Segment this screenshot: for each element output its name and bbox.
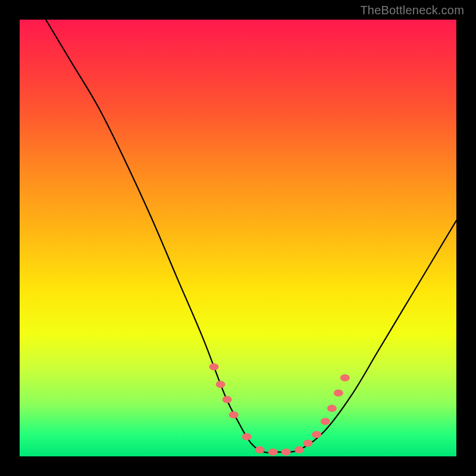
highlighted-points-group bbox=[209, 364, 350, 456]
marker-dot bbox=[281, 449, 291, 456]
watermark-text: TheBottleneck.com bbox=[360, 4, 464, 17]
marker-dot bbox=[334, 390, 343, 397]
marker-dot bbox=[216, 381, 226, 388]
chart-overlay bbox=[20, 20, 456, 456]
marker-dot bbox=[312, 431, 321, 438]
marker-dot bbox=[242, 433, 252, 440]
chart-stage: TheBottleneck.com bbox=[0, 0, 476, 476]
marker-dot bbox=[209, 364, 219, 371]
marker-dot bbox=[327, 405, 337, 412]
marker-dot bbox=[229, 411, 239, 418]
bottleneck-curve bbox=[46, 20, 456, 453]
marker-dot bbox=[295, 446, 304, 453]
marker-dot bbox=[303, 440, 312, 447]
marker-dot bbox=[321, 418, 330, 425]
marker-dot bbox=[340, 374, 350, 381]
marker-dot bbox=[223, 396, 232, 403]
marker-dot bbox=[255, 446, 265, 453]
marker-dot bbox=[268, 449, 278, 456]
